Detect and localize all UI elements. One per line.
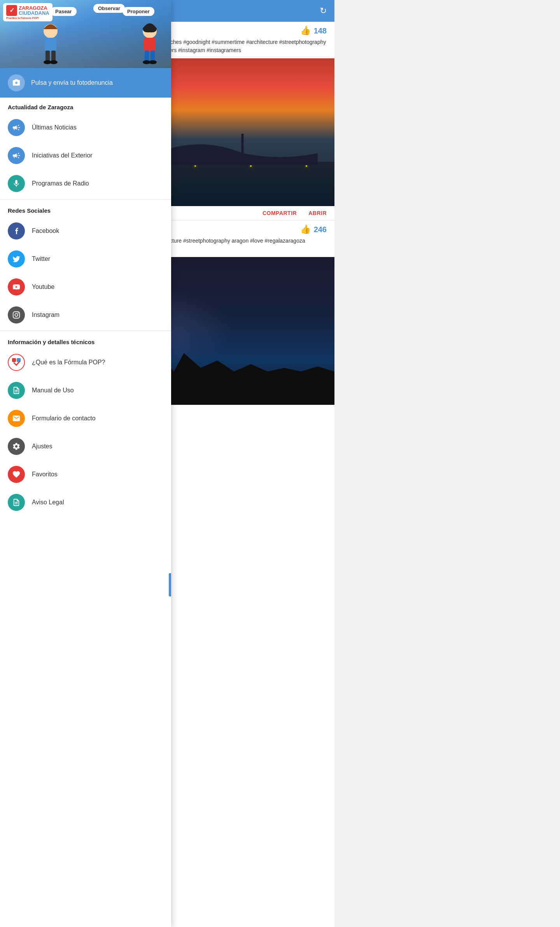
light-dot xyxy=(194,165,196,167)
photo-button[interactable]: Pulsa y envía tu fotodenuncia xyxy=(0,68,171,98)
speech-proponer: Proponer xyxy=(122,7,154,16)
menu-item-iniciativas[interactable]: Iniciativas del Exterior xyxy=(0,142,171,170)
menu-label-ajustes: Ajustes xyxy=(32,443,52,450)
menu-label-youtube: Youtube xyxy=(32,283,54,290)
like-count-1: 148 xyxy=(314,26,327,35)
twitter-icon xyxy=(8,250,25,268)
like-icon-1[interactable]: 👍 xyxy=(300,26,311,36)
megaphone-icon-2 xyxy=(8,147,25,164)
menu-label-manual: Manual de Uso xyxy=(32,387,74,394)
formula-icon xyxy=(8,354,25,371)
like-count-2: 246 xyxy=(314,225,327,234)
menu-item-instagram[interactable]: Instagram xyxy=(0,301,171,329)
section-actualidad-header: Actualidad de Zaragoza xyxy=(0,98,171,114)
sidebar-header: ✓ ZARAGOZA CIUDADANA Practica la Fórmula… xyxy=(0,0,171,68)
settings-icon xyxy=(8,438,25,455)
character-left-svg xyxy=(39,21,62,64)
favoritos-icon xyxy=(8,466,25,483)
favoritos-svg xyxy=(12,470,21,479)
instagram-icon xyxy=(8,306,25,324)
logo-text-block: ZARAGOZA CIUDADANA xyxy=(19,5,49,16)
menu-label-twitter: Twitter xyxy=(32,255,50,262)
character-right xyxy=(138,21,165,68)
menu-label-facebook: Facebook xyxy=(32,227,59,234)
section-redes-header: Redes Sociales xyxy=(0,201,171,217)
character-left xyxy=(39,21,66,68)
youtube-icon xyxy=(8,278,25,296)
svg-rect-4 xyxy=(45,38,56,51)
menu-label-iniciativas: Iniciativas del Exterior xyxy=(32,152,93,159)
megaphone-icon-1 xyxy=(8,119,25,136)
speech-pasear: Pasear xyxy=(51,7,77,16)
divider-2 xyxy=(0,331,171,331)
microphone-icon xyxy=(8,175,25,192)
section-info-header: Información y detalles técnicos xyxy=(0,332,171,348)
photo-button-label: Pulsa y envía tu fotodenuncia xyxy=(31,79,113,86)
menu-item-twitter[interactable]: Twitter xyxy=(0,245,171,273)
twitter-svg xyxy=(12,255,21,263)
divider-1 xyxy=(0,199,171,199)
menu-item-ajustes[interactable]: Ajustes xyxy=(0,432,171,460)
menu-item-formula[interactable]: ¿Qué es la Fórmula POP? xyxy=(0,348,171,376)
legal-icon xyxy=(8,494,25,511)
menu-label-radio: Programas de Radio xyxy=(32,180,89,187)
menu-item-contacto[interactable]: Formulario de contacto xyxy=(0,404,171,432)
menu-item-favoritos[interactable]: Favoritos xyxy=(0,460,171,488)
facebook-svg xyxy=(12,227,21,235)
sidebar: ✓ ZARAGOZA CIUDADANA Practica la Fórmula… xyxy=(0,0,171,927)
megaphone-svg-1 xyxy=(12,123,21,132)
camera-icon xyxy=(8,74,25,91)
logo-checkmark: ✓ xyxy=(6,5,17,16)
svg-rect-15 xyxy=(12,358,16,362)
light-dot xyxy=(250,165,252,167)
menu-label-legal: Aviso Legal xyxy=(32,499,64,506)
logo-ciudadana: CIUDADANA xyxy=(19,10,49,16)
menu-item-noticias[interactable]: Últimas Noticias xyxy=(0,114,171,142)
refresh-icon[interactable]: ↻ xyxy=(320,6,327,16)
menu-item-legal[interactable]: Aviso Legal xyxy=(0,488,171,516)
like-icon-2[interactable]: 👍 xyxy=(300,224,311,234)
abrir-button-1[interactable]: ABRIR xyxy=(308,210,327,216)
contacto-svg xyxy=(12,414,21,423)
light-dot xyxy=(306,165,307,167)
character-right-svg xyxy=(138,21,161,64)
menu-item-radio[interactable]: Programas de Radio xyxy=(0,170,171,198)
svg-point-14 xyxy=(149,60,157,64)
app-container: ↻ 👍 148 ro guarda silencio, al pasar por… xyxy=(0,0,334,927)
logo-row: ✓ ZARAGOZA CIUDADANA xyxy=(6,5,49,16)
legal-svg xyxy=(12,498,21,507)
microphone-svg xyxy=(12,179,21,188)
camera-svg xyxy=(12,79,21,87)
contacto-icon xyxy=(8,410,25,427)
settings-svg xyxy=(12,442,21,451)
manual-icon xyxy=(8,382,25,399)
manual-svg xyxy=(12,386,21,395)
svg-rect-10 xyxy=(144,38,156,51)
facebook-icon xyxy=(8,222,25,240)
menu-label-instagram: Instagram xyxy=(32,311,60,318)
logo-box: ✓ ZARAGOZA CIUDADANA Practica la Fórmula… xyxy=(3,3,52,21)
formula-svg xyxy=(11,357,21,367)
logo-subtitle: Practica la Fórmula POP! xyxy=(6,17,49,19)
megaphone-svg-2 xyxy=(12,151,21,160)
menu-label-noticias: Últimas Noticias xyxy=(32,124,77,131)
menu-item-facebook[interactable]: Facebook xyxy=(0,217,171,245)
instagram-svg xyxy=(12,311,21,319)
speech-observar: Observar xyxy=(93,4,125,13)
sidebar-accent xyxy=(169,573,171,596)
menu-item-manual[interactable]: Manual de Uso xyxy=(0,376,171,404)
menu-label-formula: ¿Qué es la Fórmula POP? xyxy=(32,359,105,366)
svg-point-8 xyxy=(50,60,58,64)
compartir-button-1[interactable]: COMPARTIR xyxy=(262,210,297,216)
youtube-svg xyxy=(12,283,21,291)
menu-item-youtube[interactable]: Youtube xyxy=(0,273,171,301)
menu-label-contacto: Formulario de contacto xyxy=(32,415,96,422)
menu-label-favoritos: Favoritos xyxy=(32,471,58,478)
